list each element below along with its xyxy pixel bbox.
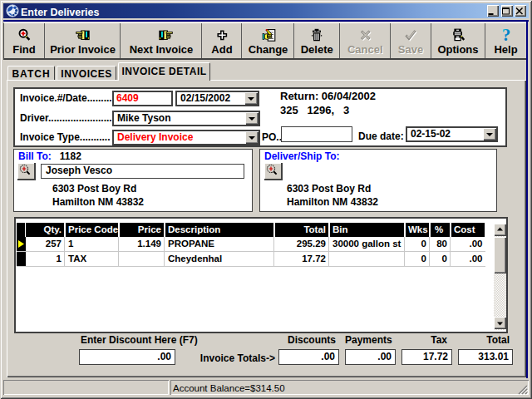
svg-text:?: ? [501,28,510,42]
